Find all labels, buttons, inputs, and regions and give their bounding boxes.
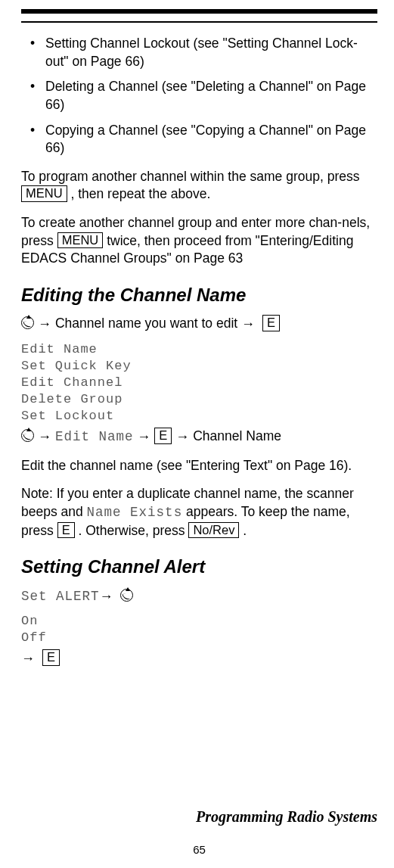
lcd-line: Edit Name [21,341,377,358]
lcd-menu: Edit Name Set Quick Key Edit Channel Del… [21,341,377,425]
paragraph: To create another channel group and ente… [21,214,377,268]
norev-key: No/Rev [188,522,239,539]
text: , then repeat the above. [70,186,210,201]
e-key: E [154,428,172,444]
lcd-line: Set Lockout [21,408,377,425]
lcd-line: Set Quick Key [21,358,377,375]
lcd-text: Name Exists [87,505,183,520]
lcd-line: On [21,613,377,630]
top-rule-thin [21,21,377,23]
arrow-icon: → [100,589,117,604]
top-rule-thick [21,9,377,14]
text: To program another channel within the sa… [21,169,359,184]
scroll-icon [21,429,34,442]
e-key: E [262,315,280,331]
e-key: E [42,649,60,666]
menu-key: MENU [57,232,104,249]
nav-flow: Set ALERT→ [21,587,377,606]
section-heading-channel-alert: Setting Channel Alert [21,555,377,579]
bullet-list: Setting Channel Lockout (see "Setting Ch… [21,35,377,157]
text: . Otherwise, press [75,523,189,538]
page-number: 65 [21,842,377,857]
list-item: Copying a Channel (see "Copying a Channe… [30,122,377,157]
arrow-icon: → [137,429,154,444]
menu-key: MENU [21,185,67,202]
lcd-text: Set ALERT [21,589,100,604]
lcd-menu: On Off [21,613,377,646]
arrow-icon: → [175,429,193,444]
lcd-line: Edit Channel [21,375,377,391]
lcd-line: Delete Group [21,391,377,408]
nav-flow: → E [21,649,377,667]
lcd-text: Edit Name [55,429,134,444]
text: . [239,523,247,538]
footer: Programming Radio Systems 65 [21,807,377,857]
list-item: Setting Channel Lockout (see "Setting Ch… [30,35,377,70]
arrow-icon: → [38,429,55,444]
arrow-icon: → [21,651,39,666]
scroll-icon [21,316,34,329]
text: Channel name you want to edit [55,316,241,331]
section-heading-edit-channel-name: Editing the Channel Name [21,283,377,307]
arrow-icon: → [38,316,55,331]
lcd-line: Off [21,630,377,646]
footer-title: Programming Radio Systems [21,807,377,827]
nav-flow: → Edit Name → E → Channel Name [21,428,377,446]
note-paragraph: Note: If you enter a duplicate channel n… [21,485,377,540]
list-item: Deleting a Channel (see "Deleting a Chan… [30,78,377,114]
text: Channel Name [193,428,281,443]
arrow-icon: → [241,316,259,331]
paragraph: Edit the channel name (see "Entering Tex… [21,457,377,475]
scroll-icon [120,589,133,602]
nav-flow: → Channel name you want to edit → E [21,315,377,333]
e-key: E [57,522,75,539]
paragraph: To program another channel within the sa… [21,168,377,204]
